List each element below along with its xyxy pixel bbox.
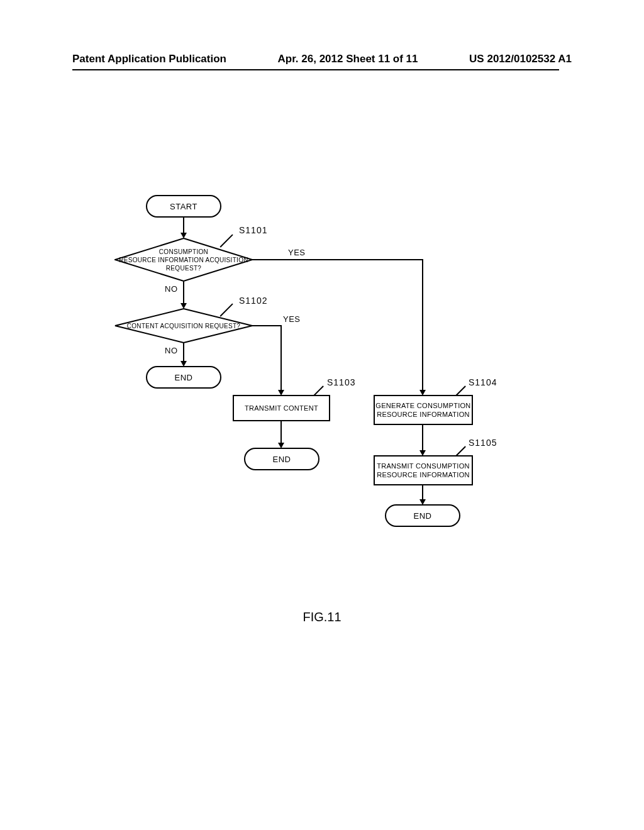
decision-text: CONSUMPTION RESOURCE INFORMATION ACQUISI… [114,238,253,282]
process-text: TRANSMIT CONTENT [245,404,318,412]
connector [422,485,423,501]
connector [183,282,184,304]
step-label-s1103: S1103 [327,377,355,387]
header-left: Patent Application Publication [72,53,226,65]
connector [280,325,282,391]
step-label-s1101: S1101 [239,225,267,235]
step-label-s1105: S1105 [469,438,497,448]
connector [280,421,282,444]
process-s1103: TRANSMIT CONTENT [233,395,330,421]
end-terminal-3: END [385,504,460,527]
process-s1104: GENERATE CONSUMPTION RESOURCE INFORMATIO… [374,395,473,425]
header-center: Apr. 26, 2012 Sheet 11 of 11 [278,53,418,65]
connector [252,259,423,260]
end-terminal-2: END [244,448,319,470]
decision-s1101: CONSUMPTION RESOURCE INFORMATION ACQUISI… [114,238,253,282]
header-right: US 2012/0102532 A1 [469,53,572,65]
start-terminal: START [146,195,221,218]
header-divider [72,69,559,70]
step-label-s1102: S1102 [239,296,267,306]
process-text-line2: RESOURCE INFORMATION [377,410,470,419]
end-terminal-1: END [146,366,221,389]
process-text-line2: RESOURCE INFORMATION [377,470,470,479]
end-label: END [273,455,291,464]
connector [422,259,423,391]
decision-text: CONTENT ACQUISITION REQUEST? [114,308,253,343]
yes-label: YES [283,314,301,324]
no-label: NO [165,346,178,355]
connector [422,425,423,451]
connector [183,343,184,362]
process-text-line1: TRANSMIT CONSUMPTION [377,462,470,470]
end-label: END [175,373,193,382]
process-text-line1: GENERATE CONSUMPTION [375,401,470,410]
no-label: NO [165,284,178,294]
figure-label: FIG.11 [303,610,341,624]
process-s1105: TRANSMIT CONSUMPTION RESOURCE INFORMATIO… [374,455,473,485]
page-header: Patent Application Publication Apr. 26, … [0,53,644,65]
end-label: END [414,511,432,521]
connector [252,325,282,326]
connector [183,218,184,234]
start-label: START [170,202,197,211]
step-label-s1104: S1104 [469,377,497,387]
yes-label: YES [288,248,306,257]
decision-s1102: CONTENT ACQUISITION REQUEST? [114,308,253,343]
